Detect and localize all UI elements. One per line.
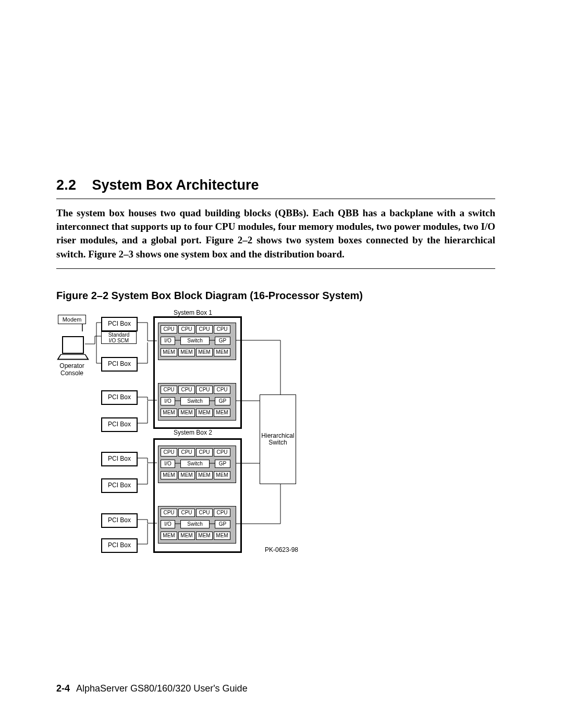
section-abstract: The system box houses two quad building … [56,206,495,261]
sysbox2-label: System Box 2 [174,429,212,436]
rule-bottom [56,268,495,269]
footer-doc-title: AlphaServer GS80/160/320 User's Guide [76,683,248,694]
operator-console-label: Operator Console [56,362,88,377]
operator-console-icon [59,336,86,361]
pci-box: PCI Box [101,513,138,528]
figure-caption: Figure 2–2 System Box Block Diagram (16-… [56,290,495,302]
pci-box: PCI Box [101,317,138,331]
qbb: CPU CPU CPU CPU I/O Switch GP MEM MEM ME… [158,323,236,360]
qbb: CPU CPU CPU CPU I/O Switch GP MEM MEM ME… [158,506,236,544]
standard-io-scm: Standard I/O SCM [101,331,137,344]
pci-box: PCI Box [101,417,138,432]
modem-box: Modem [58,315,86,324]
document-page: 2.2 System Box Architecture The system b… [0,0,563,728]
hierarchical-switch: Hierarchical Switch [260,394,296,484]
section-title: System Box Architecture [92,177,259,193]
block-diagram: Modem Operator Console PCI Box Standard … [56,311,348,566]
footer-page-number: 2-4 [56,683,70,694]
rule-top [56,199,495,199]
section-heading: 2.2 System Box Architecture [56,177,495,193]
pci-box: PCI Box [101,478,138,493]
page-footer: 2-4AlphaServer GS80/160/320 User's Guide [56,683,248,694]
pci-box: PCI Box [101,357,138,372]
sysbox1-label: System Box 1 [174,309,212,316]
qbb: CPU CPU CPU CPU I/O Switch GP MEM MEM ME… [158,446,236,483]
pci-box: PCI Box [101,538,138,553]
section-number: 2.2 [56,177,76,193]
pci-box: PCI Box [101,390,138,405]
pci-box: PCI Box [101,452,138,466]
qbb: CPU CPU CPU CPU I/O Switch GP MEM MEM ME… [158,383,236,421]
diagram-code: PK-0623-98 [265,546,298,553]
